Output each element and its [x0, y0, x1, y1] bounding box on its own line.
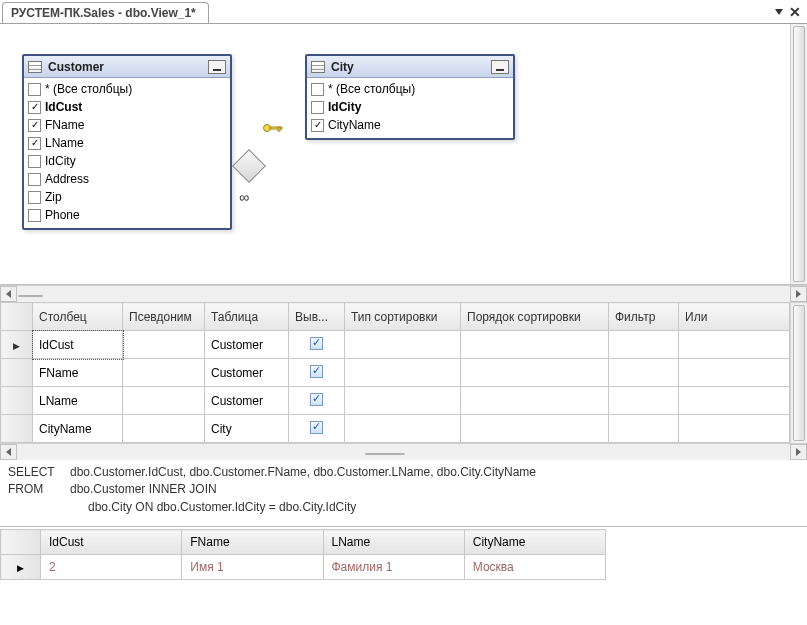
- header-alias[interactable]: Псевдоним: [123, 303, 205, 331]
- cell-filter[interactable]: [609, 359, 679, 387]
- column-checkbox[interactable]: [28, 191, 41, 204]
- cell-or[interactable]: [679, 359, 790, 387]
- minimize-button[interactable]: [208, 60, 226, 74]
- column-row[interactable]: FName: [28, 116, 226, 134]
- column-checkbox[interactable]: [28, 119, 41, 132]
- column-row[interactable]: * (Все столбцы): [311, 80, 509, 98]
- column-row[interactable]: IdCity: [28, 152, 226, 170]
- cell-output[interactable]: [289, 387, 345, 415]
- results-header-lname[interactable]: LName: [323, 530, 464, 555]
- scroll-thumb[interactable]: [18, 295, 43, 297]
- cell-or[interactable]: [679, 331, 790, 359]
- cell-alias[interactable]: [123, 331, 205, 359]
- cell-column[interactable]: IdCust: [33, 331, 123, 359]
- results-cell[interactable]: 2: [41, 555, 182, 580]
- results-header-idcust[interactable]: IdCust: [41, 530, 182, 555]
- document-tab[interactable]: РУСТЕМ-ПК.Sales - dbo.View_1*: [2, 2, 209, 23]
- cell-alias[interactable]: [123, 359, 205, 387]
- column-checkbox[interactable]: [28, 83, 41, 96]
- scroll-right-button[interactable]: [790, 286, 807, 302]
- header-sort-order[interactable]: Порядок сортировки: [461, 303, 609, 331]
- column-checkbox[interactable]: [28, 209, 41, 222]
- cell-sort-order[interactable]: [461, 359, 609, 387]
- diagram-table-customer[interactable]: Customer * (Все столбцы) IdCust FName LN…: [22, 54, 232, 230]
- horizontal-scrollbar[interactable]: [0, 443, 807, 460]
- column-row[interactable]: IdCity: [311, 98, 509, 116]
- column-checkbox[interactable]: [28, 155, 41, 168]
- row-selector[interactable]: [1, 415, 33, 443]
- checkbox-icon[interactable]: [310, 421, 323, 434]
- cell-or[interactable]: [679, 415, 790, 443]
- header-or[interactable]: Или: [679, 303, 790, 331]
- cell-sort-type[interactable]: [345, 359, 461, 387]
- column-checkbox[interactable]: [28, 101, 41, 114]
- criteria-grid[interactable]: Столбец Псевдоним Таблица Выв... Тип сор…: [0, 302, 790, 443]
- column-row[interactable]: LName: [28, 134, 226, 152]
- cell-table[interactable]: Customer: [205, 359, 289, 387]
- cell-output[interactable]: [289, 359, 345, 387]
- header-sort-type[interactable]: Тип сортировки: [345, 303, 461, 331]
- scroll-left-button[interactable]: [0, 286, 17, 302]
- checkbox-icon[interactable]: [310, 365, 323, 378]
- results-cell[interactable]: Москва: [464, 555, 605, 580]
- scroll-right-button[interactable]: [790, 444, 807, 460]
- cell-output[interactable]: [289, 331, 345, 359]
- table-header[interactable]: City: [307, 56, 513, 78]
- cell-column[interactable]: FName: [33, 359, 123, 387]
- vertical-scrollbar[interactable]: [790, 24, 807, 284]
- scroll-thumb[interactable]: [365, 453, 405, 455]
- cell-column[interactable]: LName: [33, 387, 123, 415]
- header-output[interactable]: Выв...: [289, 303, 345, 331]
- column-row[interactable]: Address: [28, 170, 226, 188]
- column-checkbox[interactable]: [28, 173, 41, 186]
- column-checkbox[interactable]: [311, 101, 324, 114]
- column-checkbox[interactable]: [311, 119, 324, 132]
- cell-filter[interactable]: [609, 331, 679, 359]
- cell-table[interactable]: Customer: [205, 387, 289, 415]
- table-header[interactable]: Customer: [24, 56, 230, 78]
- cell-table[interactable]: Customer: [205, 331, 289, 359]
- vertical-scrollbar[interactable]: [790, 302, 807, 443]
- column-checkbox[interactable]: [311, 83, 324, 96]
- cell-output[interactable]: [289, 415, 345, 443]
- column-row[interactable]: Zip: [28, 188, 226, 206]
- results-cell[interactable]: Фамилия 1: [323, 555, 464, 580]
- results-cell[interactable]: Имя 1: [182, 555, 323, 580]
- window-menu-icon[interactable]: [775, 9, 783, 15]
- cell-alias[interactable]: [123, 415, 205, 443]
- cell-filter[interactable]: [609, 387, 679, 415]
- horizontal-scrollbar[interactable]: [0, 285, 807, 302]
- column-checkbox[interactable]: [28, 137, 41, 150]
- cell-sort-order[interactable]: [461, 387, 609, 415]
- cell-sort-type[interactable]: [345, 331, 461, 359]
- cell-table[interactable]: City: [205, 415, 289, 443]
- checkbox-icon[interactable]: [310, 337, 323, 350]
- checkbox-icon[interactable]: [310, 393, 323, 406]
- cell-sort-order[interactable]: [461, 415, 609, 443]
- row-selector[interactable]: [1, 387, 33, 415]
- column-row[interactable]: * (Все столбцы): [28, 80, 226, 98]
- cell-or[interactable]: [679, 387, 790, 415]
- results-header-cityname[interactable]: CityName: [464, 530, 605, 555]
- header-table[interactable]: Таблица: [205, 303, 289, 331]
- column-row[interactable]: Phone: [28, 206, 226, 224]
- results-grid[interactable]: IdCust FName LName CityName 2 Имя 1 Фами…: [0, 529, 606, 580]
- sql-pane[interactable]: SELECTdbo.Customer.IdCust, dbo.Customer.…: [0, 460, 807, 526]
- close-icon[interactable]: ✕: [789, 4, 801, 20]
- diagram-table-city[interactable]: City * (Все столбцы) IdCity CityName: [305, 54, 515, 140]
- column-row[interactable]: CityName: [311, 116, 509, 134]
- header-filter[interactable]: Фильтр: [609, 303, 679, 331]
- diagram-pane[interactable]: Customer * (Все столбцы) IdCust FName LN…: [0, 24, 790, 284]
- results-header-fname[interactable]: FName: [182, 530, 323, 555]
- header-column[interactable]: Столбец: [33, 303, 123, 331]
- join-icon[interactable]: [232, 149, 266, 183]
- cell-filter[interactable]: [609, 415, 679, 443]
- minimize-button[interactable]: [491, 60, 509, 74]
- row-selector[interactable]: [1, 359, 33, 387]
- cell-sort-order[interactable]: [461, 331, 609, 359]
- row-selector[interactable]: [1, 331, 33, 359]
- scroll-left-button[interactable]: [0, 444, 17, 460]
- cell-sort-type[interactable]: [345, 387, 461, 415]
- column-row[interactable]: IdCust: [28, 98, 226, 116]
- cell-column[interactable]: CityName: [33, 415, 123, 443]
